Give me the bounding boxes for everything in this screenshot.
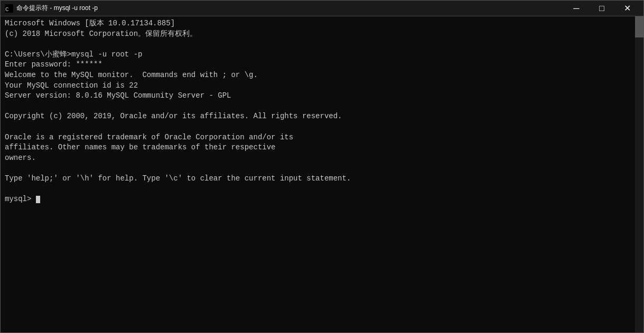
terminal-line: Microsoft Windows [版本 10.0.17134.885] (5, 18, 629, 29)
terminal-line: mysql> (5, 194, 629, 205)
terminal-line (5, 163, 629, 174)
terminal-line: (c) 2018 Microsoft Corporation。保留所有权利。 (5, 29, 629, 40)
svg-text:C: C (5, 6, 9, 13)
terminal-line (5, 122, 629, 132)
scrollbar-thumb[interactable] (635, 16, 643, 37)
terminal-line: Copyright (c) 2000, 2019, Oracle and/or … (5, 111, 629, 122)
cmd-icon: C (5, 4, 13, 13)
cursor (36, 196, 40, 203)
terminal-body[interactable]: Microsoft Windows [版本 10.0.17134.885](c)… (1, 16, 643, 332)
terminal-line: C:\Users\小蜜蜂>mysql -u root -p (5, 50, 629, 60)
close-button[interactable]: ✕ (615, 1, 639, 16)
titlebar: C 命令提示符 - mysql -u root -p ─ □ ✕ (1, 1, 643, 16)
window-controls: ─ □ ✕ (564, 1, 639, 16)
maximize-button[interactable]: □ (590, 1, 614, 16)
terminal-line (5, 184, 629, 195)
minimize-button[interactable]: ─ (564, 1, 589, 16)
terminal-line: Server version: 8.0.16 MySQL Community S… (5, 91, 629, 101)
window-title: 命令提示符 - mysql -u root -p (16, 4, 98, 13)
terminal-line: Enter password: ****** (5, 60, 629, 70)
terminal-line: Type 'help;' or '\h' for help. Type '\c'… (5, 174, 629, 184)
titlebar-left: C 命令提示符 - mysql -u root -p (5, 4, 98, 13)
terminal-line: Welcome to the MySQL monitor. Commands e… (5, 70, 629, 81)
terminal-line (5, 39, 629, 50)
terminal-line: Your MySQL connection id is 22 (5, 81, 629, 91)
terminal-line (5, 101, 629, 112)
scrollbar[interactable] (635, 16, 643, 332)
terminal-line: Oracle is a registered trademark of Orac… (5, 132, 629, 143)
cmd-window: C 命令提示符 - mysql -u root -p ─ □ ✕ Microso… (0, 0, 644, 333)
terminal-content: Microsoft Windows [版本 10.0.17134.885](c)… (5, 18, 639, 205)
terminal-line: affiliates. Other names may be trademark… (5, 142, 629, 153)
terminal-line: owners. (5, 153, 629, 164)
